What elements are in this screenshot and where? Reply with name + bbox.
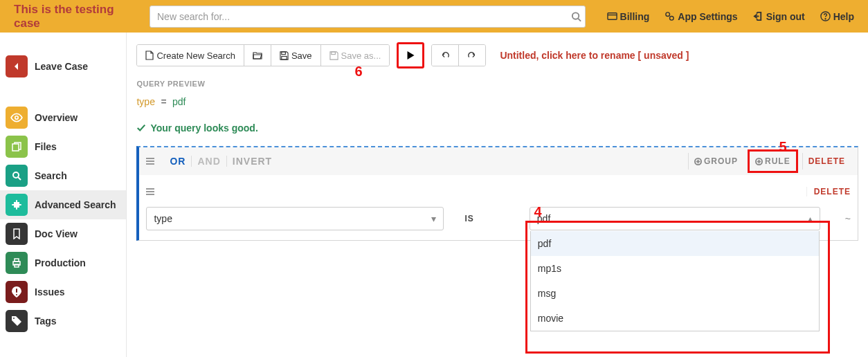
sign-out-label: Sign out: [766, 11, 805, 22]
save-button[interactable]: Save: [271, 45, 320, 66]
field-select[interactable]: type ▾: [146, 207, 444, 230]
svg-rect-14: [15, 264, 19, 267]
callout-number-5: 5: [779, 139, 786, 155]
sidebar-item-label: Files: [35, 141, 57, 152]
svg-point-8: [15, 116, 19, 120]
redo-button[interactable]: [458, 45, 485, 66]
case-title: This is the testing case: [7, 3, 145, 30]
undo-button[interactable]: [432, 45, 458, 66]
create-search-button[interactable]: Create New Search: [137, 45, 243, 66]
print-icon: [6, 252, 28, 274]
operator-is: IS: [464, 214, 473, 223]
puzzle-icon: [6, 194, 28, 216]
sidebar-item-label: Overview: [35, 112, 78, 123]
sidebar-item-label: Search: [35, 170, 67, 181]
query-status: Your query looks good.: [136, 122, 858, 134]
sidebar-item-label: Doc View: [35, 228, 78, 239]
sign-out-link[interactable]: Sign out: [753, 11, 805, 22]
drag-handle-icon[interactable]: [146, 188, 154, 195]
alert-icon: [6, 281, 28, 303]
svg-rect-2: [607, 13, 616, 19]
search-title[interactable]: Untitled, click here to rename [ unsaved…: [500, 50, 689, 61]
bookmark-icon: [6, 223, 28, 245]
save-label: Save: [291, 51, 312, 61]
svg-point-4: [666, 12, 670, 17]
tag-icon: [6, 310, 28, 332]
callout-number-6: 6: [354, 64, 362, 80]
operator-and[interactable]: AND: [191, 156, 226, 167]
sidebar-item-overview[interactable]: Overview: [0, 103, 126, 132]
search-icon[interactable]: [571, 11, 581, 21]
billing-label: Billing: [620, 11, 650, 22]
eye-icon: [6, 107, 28, 129]
token-value: pdf: [172, 96, 186, 107]
query-preview-heading: QUERY PREVIEW: [136, 80, 858, 88]
sidebar-item-tags[interactable]: Tags: [0, 306, 126, 336]
operator-or[interactable]: OR: [164, 156, 191, 167]
run-button[interactable]: [399, 45, 422, 66]
svg-rect-9: [12, 144, 19, 151]
sidebar-item-search[interactable]: Search: [0, 161, 126, 190]
sidebar-item-production[interactable]: Production: [0, 248, 126, 277]
query-status-text: Your query looks good.: [150, 122, 257, 134]
rule-label: RULE: [765, 156, 790, 166]
delete-group-button[interactable]: DELETE: [802, 153, 851, 170]
callout-box-4: [525, 221, 830, 354]
add-rule-button[interactable]: RULE: [750, 153, 796, 170]
help-label: Help: [833, 11, 854, 22]
search-icon: [6, 165, 28, 187]
callout-box-5: RULE: [748, 149, 798, 173]
create-label: Create New Search: [156, 51, 235, 61]
app-settings-label: App Settings: [678, 11, 737, 22]
leave-case-button[interactable]: Leave Case: [0, 52, 126, 81]
delete-rule-button[interactable]: DELETE: [806, 187, 851, 196]
sidebar-item-advanced-search[interactable]: Advanced Search: [0, 190, 126, 219]
svg-line-1: [578, 18, 581, 21]
svg-line-11: [18, 177, 21, 180]
open-button[interactable]: [244, 45, 271, 66]
sidebar-item-label: Production: [35, 257, 86, 268]
leave-case-label: Leave Case: [35, 61, 88, 72]
svg-point-5: [670, 17, 674, 21]
svg-rect-13: [15, 259, 19, 262]
sidebar-item-label: Tags: [35, 315, 57, 327]
files-icon: [6, 136, 28, 158]
save-as-button: Save as...: [320, 45, 390, 66]
sidebar-item-files[interactable]: Files: [0, 132, 126, 161]
sidebar-item-issues[interactable]: Issues: [0, 277, 126, 306]
app-settings-link[interactable]: App Settings: [664, 11, 737, 22]
help-link[interactable]: Help: [820, 11, 854, 22]
field-select-value: type: [154, 213, 172, 224]
drag-handle-icon[interactable]: [146, 158, 154, 165]
tilde-icon: ~: [845, 213, 851, 224]
sidebar-item-doc-view[interactable]: Doc View: [0, 219, 126, 248]
svg-rect-16: [282, 56, 287, 60]
add-group-button[interactable]: GROUP: [688, 153, 743, 170]
svg-point-0: [572, 12, 579, 19]
svg-rect-15: [282, 51, 286, 54]
save-as-label: Save as...: [341, 51, 381, 61]
svg-rect-17: [331, 51, 335, 54]
operator-invert[interactable]: INVERT: [226, 156, 278, 167]
caret-down-icon: ▾: [431, 213, 436, 224]
billing-link[interactable]: Billing: [607, 11, 650, 22]
sidebar-item-label: Issues: [35, 286, 65, 298]
query-preview-code: type = pdf: [136, 96, 858, 107]
svg-point-7: [825, 19, 826, 19]
token-field: type: [136, 96, 154, 107]
token-eq: =: [161, 96, 166, 107]
callout-box-6: [397, 42, 424, 68]
arrow-left-icon: [6, 55, 28, 77]
sidebar-item-label: Advanced Search: [35, 199, 116, 210]
global-search-input[interactable]: [150, 6, 586, 28]
callout-number-4: 4: [534, 204, 541, 220]
group-label: GROUP: [704, 156, 738, 166]
svg-point-10: [13, 172, 19, 178]
